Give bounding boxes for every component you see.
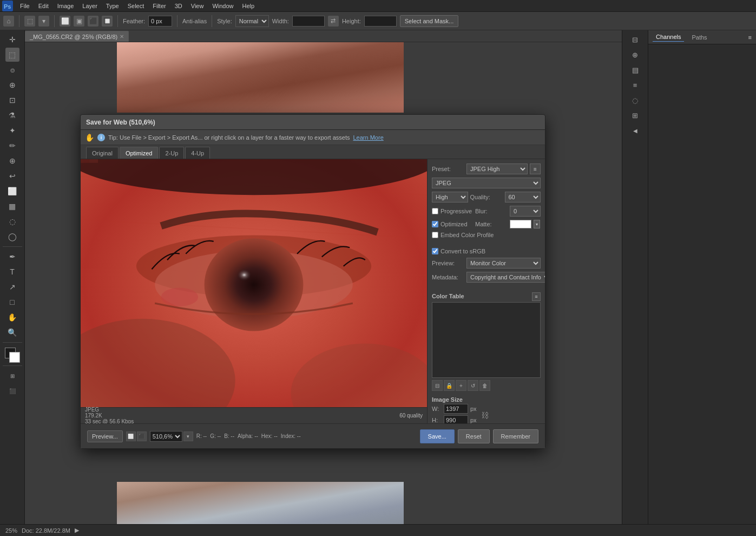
swap-icon[interactable]: ⇄ bbox=[328, 16, 339, 27]
clone-tool[interactable]: ⊕ bbox=[5, 154, 19, 168]
document-tab[interactable]: _MG_0565.CR2 @ 25% (RGB/8) ✕ bbox=[25, 31, 129, 42]
move-tool[interactable]: ✛ bbox=[5, 32, 19, 47]
subtract-icon[interactable]: ▣ bbox=[74, 16, 84, 27]
menu-help[interactable]: Help bbox=[239, 2, 259, 10]
shape-tool[interactable]: □ bbox=[5, 295, 19, 309]
home-icon[interactable]: ⌂ bbox=[3, 16, 14, 27]
remember-button[interactable]: Remember bbox=[493, 429, 538, 443]
preset-menu-button[interactable]: ≡ bbox=[530, 164, 541, 174]
brush-tool[interactable]: ✏ bbox=[5, 139, 19, 153]
ct-lock-icon[interactable]: 🔒 bbox=[444, 380, 455, 391]
view-icon-right[interactable]: ⬛ bbox=[137, 432, 147, 441]
tab-2up[interactable]: 2-Up bbox=[159, 147, 184, 159]
preset-select[interactable]: JPEG High bbox=[466, 164, 528, 174]
hand-cursor-icon[interactable]: ✋ bbox=[85, 133, 94, 142]
channels-tab[interactable]: Channels bbox=[653, 32, 684, 42]
toolbar-separator5 bbox=[212, 15, 212, 27]
tab-optimized[interactable]: Optimized bbox=[120, 147, 159, 159]
feather-input[interactable] bbox=[148, 16, 172, 27]
panel-menu-icon[interactable]: ≡ bbox=[748, 34, 752, 41]
menu-layer[interactable]: Layer bbox=[78, 2, 101, 10]
menu-select[interactable]: Select bbox=[124, 2, 148, 10]
heal-tool[interactable]: ✦ bbox=[5, 123, 19, 138]
add-icon[interactable]: ⬜ bbox=[60, 16, 70, 27]
optimized-checkbox[interactable] bbox=[432, 221, 438, 227]
marquee-tool-icon[interactable]: ⬚ bbox=[5, 48, 19, 62]
save-button[interactable]: Save... bbox=[420, 429, 455, 443]
eyedropper-tool[interactable]: ⚗ bbox=[5, 108, 19, 122]
blur-tool[interactable]: ◌ bbox=[5, 214, 19, 228]
lasso-tool[interactable]: ⌾ bbox=[5, 63, 19, 77]
matte-color-swatch[interactable] bbox=[510, 220, 531, 228]
screen-mode[interactable]: ⬛ bbox=[5, 384, 19, 398]
menu-filter[interactable]: Filter bbox=[149, 2, 169, 10]
layers-icon[interactable]: ⊟ bbox=[628, 32, 642, 47]
zoom-select[interactable]: 510,6% bbox=[150, 431, 182, 442]
color-swatches[interactable] bbox=[5, 348, 20, 363]
menu-3d[interactable]: 3D bbox=[171, 2, 186, 10]
history-brush[interactable]: ↩ bbox=[5, 169, 19, 183]
channels-icon[interactable]: ▤ bbox=[628, 63, 642, 77]
background-color[interactable] bbox=[9, 352, 20, 363]
tab-original[interactable]: Original bbox=[86, 147, 119, 159]
intersect-icon[interactable]: ⬛ bbox=[88, 16, 98, 27]
ct-delete-icon[interactable]: 🗑 bbox=[479, 380, 490, 391]
menu-window[interactable]: Window bbox=[208, 2, 237, 10]
text-tool[interactable]: T bbox=[5, 265, 19, 279]
width-input-is[interactable] bbox=[444, 404, 468, 414]
preview-image[interactable] bbox=[81, 159, 427, 407]
height-input-is[interactable] bbox=[444, 415, 468, 423]
metadata-select[interactable]: Copyright and Contact Info bbox=[466, 272, 545, 283]
progressive-checkbox[interactable] bbox=[432, 208, 438, 214]
marquee-tool[interactable]: ⬚ bbox=[24, 16, 35, 27]
select-mask-button[interactable]: Select and Mask... bbox=[400, 15, 459, 27]
view-icon-left[interactable]: ⬜ bbox=[126, 432, 136, 441]
dodge-tool[interactable]: ◯ bbox=[5, 230, 19, 244]
blur-select[interactable]: 0 bbox=[510, 206, 541, 217]
zoom-dropdown-icon[interactable]: ▾ bbox=[183, 432, 193, 441]
quick-mask[interactable]: ⊞ bbox=[5, 369, 19, 383]
learn-more-link[interactable]: Learn More bbox=[353, 134, 384, 141]
height-input[interactable] bbox=[364, 16, 397, 27]
menu-edit[interactable]: Edit bbox=[35, 2, 52, 10]
matte-dropdown-btn[interactable]: ▾ bbox=[534, 220, 540, 228]
close-tab-icon[interactable]: ✕ bbox=[120, 34, 124, 40]
hand-tool[interactable]: ✋ bbox=[5, 310, 19, 324]
quick-select-tool[interactable]: ⊕ bbox=[5, 78, 19, 92]
adjustment-icon[interactable]: ⊕ bbox=[628, 48, 642, 62]
exclude-icon[interactable]: 🔲 bbox=[102, 16, 113, 27]
paths-tab[interactable]: Paths bbox=[688, 33, 710, 42]
menu-image[interactable]: Image bbox=[54, 2, 78, 10]
compression-select[interactable]: High bbox=[432, 192, 468, 202]
crop-tool[interactable]: ⊡ bbox=[5, 93, 19, 107]
menu-file[interactable]: File bbox=[16, 2, 34, 10]
embed-color-checkbox[interactable] bbox=[432, 232, 438, 238]
tool-preset-icon[interactable]: ⊞ bbox=[628, 108, 642, 122]
status-arrow[interactable]: ▶ bbox=[75, 527, 79, 534]
style-select[interactable]: Normal bbox=[235, 15, 269, 27]
preview-format: JPEG bbox=[85, 407, 134, 413]
tab-4up[interactable]: 4-Up bbox=[185, 147, 210, 159]
gradient-tool[interactable]: ▦ bbox=[5, 199, 19, 213]
brush-preset-icon[interactable]: ◌ bbox=[628, 93, 642, 107]
pen-tool[interactable]: ✒ bbox=[5, 250, 19, 264]
preview-select[interactable]: Monitor Color bbox=[466, 258, 541, 269]
color-table-menu-btn[interactable]: ≡ bbox=[532, 292, 541, 301]
zoom-tool[interactable]: 🔍 bbox=[5, 325, 19, 339]
menu-type[interactable]: Type bbox=[102, 2, 123, 10]
ct-add-icon[interactable]: + bbox=[456, 380, 466, 391]
quality-select[interactable]: 60 bbox=[505, 192, 541, 202]
path-select[interactable]: ↗ bbox=[5, 280, 19, 294]
collapse-right-icon[interactable]: ◀ bbox=[628, 123, 642, 138]
menu-view[interactable]: View bbox=[187, 2, 208, 10]
width-input[interactable] bbox=[292, 16, 325, 27]
preview-button[interactable]: Preview... bbox=[87, 430, 123, 442]
convert-srgb-checkbox[interactable] bbox=[432, 248, 438, 254]
reset-button[interactable]: Reset bbox=[458, 429, 490, 443]
marquee-dropdown[interactable]: ▾ bbox=[38, 16, 49, 27]
properties-icon[interactable]: ≡ bbox=[628, 78, 642, 92]
eraser-tool[interactable]: ⬜ bbox=[5, 184, 19, 198]
format-select[interactable]: JPEG bbox=[432, 178, 541, 188]
ct-rotate-icon[interactable]: ↺ bbox=[468, 380, 478, 391]
ct-map-icon[interactable]: ⊟ bbox=[432, 380, 443, 391]
